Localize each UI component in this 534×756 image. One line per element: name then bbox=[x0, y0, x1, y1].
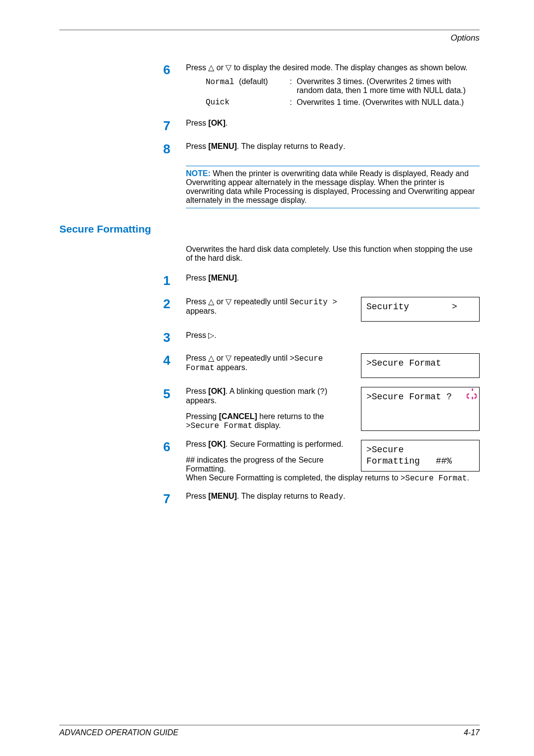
page-title: Options bbox=[59, 33, 480, 43]
note-block: NOTE: When the printer is overwriting da… bbox=[186, 166, 480, 208]
note-label: NOTE: bbox=[186, 169, 211, 178]
step-num: 1 bbox=[163, 274, 186, 288]
step-text-3: When Secure Formatting is completed, the… bbox=[186, 473, 480, 483]
footer-right: 4-17 bbox=[464, 728, 480, 737]
step-text-2: Pressing [CANCEL] here returns to the >S… bbox=[186, 412, 352, 430]
lcd-display: >Secure Format bbox=[361, 353, 480, 378]
step-num: 3 bbox=[163, 331, 186, 345]
step-num: 6 bbox=[163, 63, 186, 77]
triangle-down-icon bbox=[225, 297, 231, 306]
step-text: Press or to display the desired mode. Th… bbox=[186, 63, 468, 72]
mode-quick: Quick : Overwrites 1 time. (Overwrites w… bbox=[206, 98, 480, 107]
triangle-right-icon bbox=[208, 331, 214, 339]
step-num: 6 bbox=[163, 440, 186, 454]
triangle-up-icon bbox=[208, 297, 214, 306]
blink-icon bbox=[466, 388, 477, 399]
step-num: 2 bbox=[163, 297, 186, 311]
triangle-down-icon bbox=[225, 354, 231, 362]
mode-normal: Normal (default) : Overwrites 3 times. (… bbox=[206, 77, 480, 95]
step-num: 8 bbox=[163, 142, 186, 156]
step-num: 4 bbox=[163, 353, 186, 368]
step-text: Press [OK]. A blinking question mark (?)… bbox=[186, 387, 352, 405]
step-num: 7 bbox=[163, 119, 186, 133]
step-b-6: 6 Press [OK]. Secure Formatting is perfo… bbox=[163, 440, 480, 483]
triangle-up-icon bbox=[208, 63, 214, 72]
triangle-up-icon bbox=[208, 354, 214, 362]
step-text: Press or repeatedly until Security > app… bbox=[186, 297, 337, 315]
step-text: Press [MENU]. bbox=[186, 274, 239, 282]
step-num: 7 bbox=[163, 492, 186, 506]
step-a-7: 7 Press [OK]. bbox=[163, 119, 480, 133]
step-text: Press [OK]. bbox=[186, 119, 227, 127]
step-text: Press [OK]. Secure Formatting is perform… bbox=[186, 440, 352, 449]
section-intro: Overwrites the hard disk data completely… bbox=[186, 245, 480, 263]
page-footer: ADVANCED OPERATION GUIDE 4-17 bbox=[59, 725, 480, 737]
step-b-4: 4 Press or repeatedly until >Secure Form… bbox=[163, 353, 480, 378]
step-b-1: 1 Press [MENU]. bbox=[163, 274, 480, 288]
step-text: Press [MENU]. The display returns to Rea… bbox=[186, 492, 345, 500]
lcd-display: >Secure Formatting ##% bbox=[361, 440, 480, 472]
step-b-7: 7 Press [MENU]. The display returns to R… bbox=[163, 492, 480, 506]
lcd-display: >Secure Format ? bbox=[361, 387, 480, 430]
step-num: 5 bbox=[163, 387, 186, 401]
step-b-3: 3 Press . bbox=[163, 331, 480, 345]
step-text: Press or repeatedly until >Secure Format… bbox=[186, 354, 323, 372]
step-b-2: 2 Press or repeatedly until Security > a… bbox=[163, 297, 480, 322]
note-text: When the printer is overwriting data whi… bbox=[186, 169, 475, 204]
step-a-8: 8 Press [MENU]. The display returns to R… bbox=[163, 142, 480, 156]
step-text: Press . bbox=[186, 331, 217, 339]
step-text: Press [MENU]. The display returns to Rea… bbox=[186, 142, 345, 150]
step-text-2: ## indicates the progress of the Secure … bbox=[186, 456, 352, 473]
triangle-down-icon bbox=[225, 63, 231, 72]
lcd-display: Security > bbox=[361, 297, 480, 322]
section-heading: Secure Formatting bbox=[59, 223, 480, 235]
step-a-6: 6 Press or to display the desired mode. … bbox=[163, 63, 480, 110]
step-b-5: 5 Press [OK]. A blinking question mark (… bbox=[163, 387, 480, 430]
footer-left: ADVANCED OPERATION GUIDE bbox=[59, 728, 178, 737]
